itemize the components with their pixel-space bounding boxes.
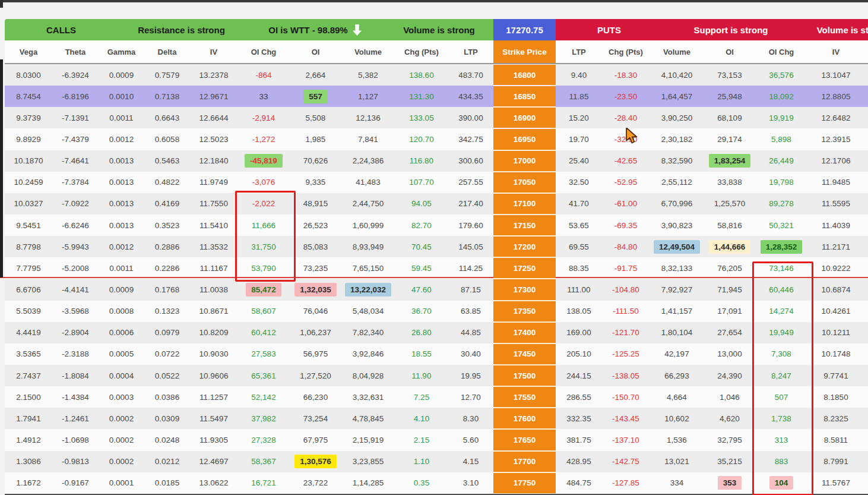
- cell-17200-puts-volume: 12,49,504: [650, 236, 704, 257]
- cell-17000-calls-oi: 70,626: [290, 150, 341, 172]
- option-row-17750[interactable]: 1.1672-0.91670.00010.018513.062216,72123…: [5, 472, 868, 494]
- cell-17300-calls-ltp: 87.15: [448, 279, 493, 300]
- cell-17750-puts-chg-pts: -127.85: [602, 472, 650, 494]
- cell-17600-calls-theta: -1.2461: [52, 408, 99, 429]
- option-row-17250[interactable]: 7.7795-5.20080.00110.228611.116753,79073…: [5, 257, 868, 279]
- cell-17500-calls-iv: 10.9606: [190, 365, 237, 386]
- cell-17650-calls-iv: 11.9305: [190, 429, 237, 450]
- cell-17350-puts-ltp: 138.05: [556, 301, 602, 322]
- option-row-17350[interactable]: 5.5039-3.59680.00080.132310.867158,60776…: [5, 301, 868, 322]
- cell-16850-calls-vega: 8.7454: [5, 86, 52, 107]
- cell-17600-calls-volume: 4,78,845: [341, 408, 395, 429]
- option-row-16850[interactable]: 8.7454-6.81960.00100.713812.9671335571,1…: [5, 86, 868, 107]
- strike-16800: 16800: [493, 64, 556, 86]
- cell-17200-puts-oi-chg: 1,28,352: [755, 236, 807, 257]
- cell-17000-calls-ltp: 300.60: [448, 150, 493, 172]
- cell-16850-puts-iv: 12.8805: [807, 86, 864, 107]
- option-row-16800[interactable]: 8.0300-6.39240.00090.757913.2378-8642,66…: [5, 64, 868, 86]
- cell-17600-calls-oi: 73,254: [290, 408, 341, 429]
- cell-17400-puts-volume: 1,80,104: [650, 322, 704, 343]
- cell-17400-calls-chg-pts: 26.80: [395, 322, 448, 343]
- cell-17350-puts-oi: 17,091: [704, 301, 755, 322]
- option-row-16950[interactable]: 9.8929-7.43790.00120.605812.5023-1,2721,…: [5, 128, 868, 150]
- strike-17450: 17450: [493, 343, 556, 365]
- cell-17350-calls-gamma: 0.0008: [99, 301, 144, 322]
- cell-16900-calls-iv: 12.6644: [190, 107, 237, 128]
- option-row-17600[interactable]: 1.7941-1.24610.00020.030911.549737,98273…: [5, 408, 868, 429]
- cell-17050-calls-chg-pts: 107.70: [395, 172, 448, 193]
- cell-17550-calls-delta: 0.0386: [144, 386, 190, 408]
- option-row-17100[interactable]: 10.0327-7.09220.00130.416911.7550-2,0224…: [5, 193, 868, 215]
- cell-17200-puts-chg-pts: -84.80: [602, 236, 650, 257]
- strike-17200: 17200: [493, 236, 556, 257]
- option-row-17450[interactable]: 3.5365-2.31880.00050.072210.903027,58356…: [5, 343, 868, 365]
- cell-17400-calls-gamma: 0.0006: [99, 322, 144, 343]
- cell-17250-calls-oi: 73,235: [290, 257, 341, 279]
- cell-17650-calls-vega: 1.4912: [5, 429, 52, 450]
- cell-17500-calls-oi: 1,27,520: [290, 365, 341, 386]
- header-puts-ltp: LTP: [556, 40, 602, 63]
- cell-17500-calls-ltp: 19.95: [448, 365, 493, 386]
- cell-17650-puts-oi: 32,795: [704, 429, 755, 450]
- cell-16850-calls-iv: 12.9671: [190, 86, 237, 107]
- option-row-16900[interactable]: 9.3739-7.13910.00110.664312.6644-2,9145,…: [5, 107, 868, 128]
- cell-17300-calls-vega: 6.6706: [5, 279, 52, 300]
- cell-17000-calls-chg-pts: 116.80: [395, 150, 448, 172]
- option-row-17550[interactable]: 2.1500-1.43840.00030.038611.125752,14266…: [5, 386, 868, 408]
- cell-17050-puts-oi: 33,838: [704, 172, 755, 193]
- option-row-17400[interactable]: 4.4419-2.89040.00060.097910.820960,4121,…: [5, 322, 868, 343]
- cell-17500-calls-gamma: 0.0004: [99, 365, 144, 386]
- cell-17550-calls-gamma: 0.0003: [99, 386, 144, 408]
- option-row-17700[interactable]: 1.3086-0.98130.00020.021212.469758,3671,…: [5, 451, 868, 472]
- cell-17350-calls-vega: 5.5039: [5, 301, 52, 322]
- option-row-17000[interactable]: 10.1870-7.46410.00130.546312.1840-45,819…: [5, 150, 868, 172]
- strike-17000: 17000: [493, 150, 556, 172]
- puts-title: PUTS: [556, 25, 663, 35]
- cell-16900-calls-oi-chg: -2,914: [237, 107, 290, 128]
- cell-17400-calls-oi-chg: 60,412: [237, 322, 290, 343]
- option-row-17500[interactable]: 2.7437-1.80840.00040.052210.960665,3611,…: [5, 365, 868, 386]
- cell-17550-puts-oi: 1,046: [704, 386, 755, 408]
- cell-17350-edge: -: [864, 301, 868, 322]
- cell-17150-calls-iv: 11.5410: [190, 215, 237, 236]
- cell-16900-calls-vega: 9.3739: [5, 107, 52, 128]
- cell-17250-edge: -: [864, 257, 868, 279]
- cell-17750-calls-ltp: 3.10: [448, 472, 493, 494]
- cell-16850-calls-ltp: 434.35: [448, 86, 493, 107]
- cell-17500-calls-vega: 2.7437: [5, 365, 52, 386]
- cell-17300-calls-gamma: 0.0009: [99, 279, 144, 300]
- cell-17400-puts-chg-pts: -121.70: [602, 322, 650, 343]
- cell-16900-puts-oi: 68,109: [704, 107, 755, 128]
- option-row-17300[interactable]: 6.6706-4.41410.00090.176811.003885,4721,…: [5, 279, 868, 300]
- cell-17350-puts-chg-pts: -111.50: [602, 301, 650, 322]
- option-row-17650[interactable]: 1.4912-1.06980.00020.024811.930527,32867…: [5, 429, 868, 450]
- cell-17650-edge: -: [864, 429, 868, 450]
- header-puts-oi-chg: OI Chg: [755, 40, 807, 63]
- cell-16850-puts-volume: 1,64,457: [650, 86, 704, 107]
- header-calls-chg-pts: Chg (Pts): [395, 40, 448, 63]
- cell-17650-puts-volume: 1,536: [650, 429, 704, 450]
- cell-17650-calls-ltp: 5.60: [448, 429, 493, 450]
- cell-17300-calls-chg-pts: 47.60: [395, 279, 448, 300]
- cell-17100-calls-chg-pts: 94.05: [395, 193, 448, 215]
- cell-17500-calls-theta: -1.8084: [52, 365, 99, 386]
- cell-17250-puts-chg-pts: -91.75: [602, 257, 650, 279]
- option-row-17150[interactable]: 9.5451-6.62460.00130.352311.541011,66626…: [5, 215, 868, 236]
- cell-17500-puts-iv: 9.7741: [807, 365, 864, 386]
- option-row-17050[interactable]: 10.2459-7.37840.00130.482211.9749-3,0769…: [5, 172, 868, 193]
- cell-17400-calls-delta: 0.0979: [144, 322, 190, 343]
- cell-17600-puts-chg-pts: -143.45: [602, 408, 650, 429]
- cell-17250-calls-iv: 11.1167: [190, 257, 237, 279]
- cell-17000-puts-oi: 1,83,254: [704, 150, 755, 172]
- cell-17700-calls-volume: 3,23,855: [341, 451, 395, 472]
- cell-17650-calls-chg-pts: 2.15: [395, 429, 448, 450]
- cell-17050-calls-iv: 11.9749: [190, 172, 237, 193]
- cell-17200-puts-iv: 11.2171: [807, 236, 864, 257]
- cell-17050-calls-gamma: 0.0013: [99, 172, 144, 193]
- cell-17600-puts-oi: 4,620: [704, 408, 755, 429]
- header-calls-ltp: LTP: [448, 40, 493, 63]
- cell-16800-calls-ltp: 483.70: [448, 64, 493, 86]
- option-row-17200[interactable]: 8.7798-5.99430.00120.288611.353231,75085…: [5, 236, 868, 257]
- cell-16800-edge: -: [864, 64, 868, 86]
- cell-17300-calls-theta: -4.4141: [52, 279, 99, 300]
